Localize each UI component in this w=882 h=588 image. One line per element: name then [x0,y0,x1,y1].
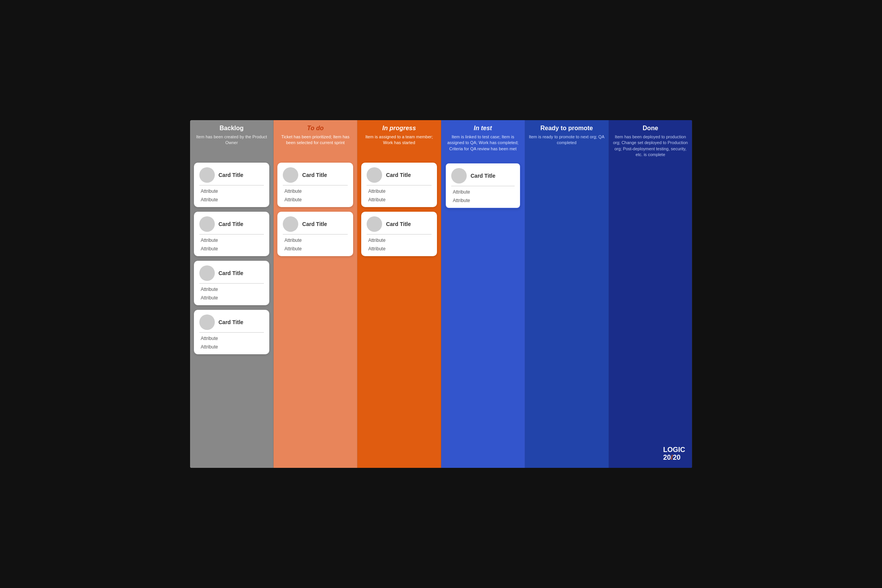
card-header: Card Title [451,168,515,186]
card-title: Card Title [386,172,411,178]
card-header: Card Title [199,167,264,185]
column-header-todo: To doTicket has been prioritized; Item h… [274,120,357,159]
column-ready: Ready to promoteItem is ready to promote… [525,120,609,468]
kanban-board: BacklogItem has been created by the Prod… [190,120,692,468]
card-avatar [199,265,215,281]
column-header-inprogress: In progressItem is assigned to a team me… [357,120,441,159]
column-desc-backlog: Item has been created by the Product Own… [194,134,270,146]
card-attr1: Attribute [199,189,264,194]
card-avatar [367,216,382,232]
card-attr2: Attribute [283,197,348,202]
column-title-intest: In test [474,125,492,132]
column-body-backlog: Card TitleAttributeAttributeCard TitleAt… [190,159,274,468]
card-title: Card Title [219,172,243,178]
card-title: Card Title [471,173,495,179]
column-title-inprogress: In progress [382,125,416,132]
column-desc-ready: Item is ready to promote to next org; QA… [529,134,605,146]
card-attr1: Attribute [283,238,348,243]
column-done: DoneItem has been deployed to production… [609,120,692,468]
card-header: Card Title [199,314,264,333]
card-attr2: Attribute [199,295,264,301]
card-attr2: Attribute [199,197,264,202]
column-intest: In testItem is linked to test case; Item… [441,120,525,468]
card-backlog-1[interactable]: Card TitleAttributeAttribute [194,212,270,256]
card-attr2: Attribute [367,197,432,202]
card-attr1: Attribute [367,238,432,243]
column-desc-done: Item has been deployed to production org… [613,134,688,158]
card-title: Card Title [219,270,243,276]
column-body-todo: Card TitleAttributeAttributeCard TitleAt… [274,159,357,468]
card-backlog-3[interactable]: Card TitleAttributeAttribute [194,310,270,354]
card-attr1: Attribute [367,189,432,194]
card-header: Card Title [283,216,348,235]
card-attr1: Attribute [199,336,264,341]
card-title: Card Title [302,172,327,178]
card-header: Card Title [283,167,348,185]
card-title: Card Title [386,221,411,227]
card-header: Card Title [367,167,432,185]
column-header-intest: In testItem is linked to test case; Item… [441,120,525,159]
card-inprogress-1[interactable]: Card TitleAttributeAttribute [361,212,437,256]
card-attr1: Attribute [283,189,348,194]
card-attr1: Attribute [199,238,264,243]
logo-line1: LOGIC [663,446,685,454]
card-header: Card Title [367,216,432,235]
card-attr2: Attribute [367,246,432,252]
column-todo: To doTicket has been prioritized; Item h… [274,120,357,468]
column-desc-inprogress: Item is assigned to a team member; Work … [361,134,437,146]
column-body-done [609,163,692,468]
column-desc-intest: Item is linked to test case; Item is ass… [445,134,521,152]
column-title-ready: Ready to promote [540,125,593,132]
column-header-backlog: BacklogItem has been created by the Prod… [190,120,274,159]
logo-20-left: 20 [663,454,671,461]
card-backlog-0[interactable]: Card TitleAttributeAttribute [194,163,270,207]
column-title-done: Done [643,125,658,132]
column-title-todo: To do [307,125,324,132]
logo-20-right: 20 [673,454,681,461]
card-backlog-2[interactable]: Card TitleAttributeAttribute [194,261,270,305]
card-attr2: Attribute [451,198,515,203]
card-header: Card Title [199,265,264,284]
column-body-intest: Card TitleAttributeAttribute [441,159,525,468]
card-avatar [283,216,298,232]
column-header-done: DoneItem has been deployed to production… [609,120,692,163]
card-title: Card Title [302,221,327,227]
logo-text: LOGIC 20/20 [663,446,685,462]
column-header-ready: Ready to promoteItem is ready to promote… [525,120,608,159]
card-title: Card Title [219,221,243,227]
board-columns: BacklogItem has been created by the Prod… [190,120,692,468]
card-todo-1[interactable]: Card TitleAttributeAttribute [277,212,353,256]
card-avatar [199,216,215,232]
column-backlog: BacklogItem has been created by the Prod… [190,120,274,468]
column-inprogress: In progressItem is assigned to a team me… [357,120,441,468]
card-attr1: Attribute [199,287,264,292]
card-todo-0[interactable]: Card TitleAttributeAttribute [277,163,353,207]
card-attr1: Attribute [451,189,515,195]
card-avatar [367,167,382,183]
card-attr2: Attribute [199,246,264,252]
column-body-inprogress: Card TitleAttributeAttributeCard TitleAt… [357,159,441,468]
card-header: Card Title [199,216,264,235]
card-avatar [451,168,467,184]
card-attr2: Attribute [199,344,264,350]
card-inprogress-0[interactable]: Card TitleAttributeAttribute [361,163,437,207]
company-logo: LOGIC 20/20 [660,444,688,464]
column-body-ready [525,159,608,468]
card-avatar [199,167,215,183]
logo-line2: 20/20 [663,454,685,462]
card-title: Card Title [219,319,243,325]
card-intest-0[interactable]: Card TitleAttributeAttribute [445,163,521,209]
card-avatar [283,167,298,183]
column-title-backlog: Backlog [219,125,243,132]
card-avatar [199,314,215,330]
card-attr2: Attribute [283,246,348,252]
column-desc-todo: Ticket has been prioritized; Item has be… [277,134,353,146]
